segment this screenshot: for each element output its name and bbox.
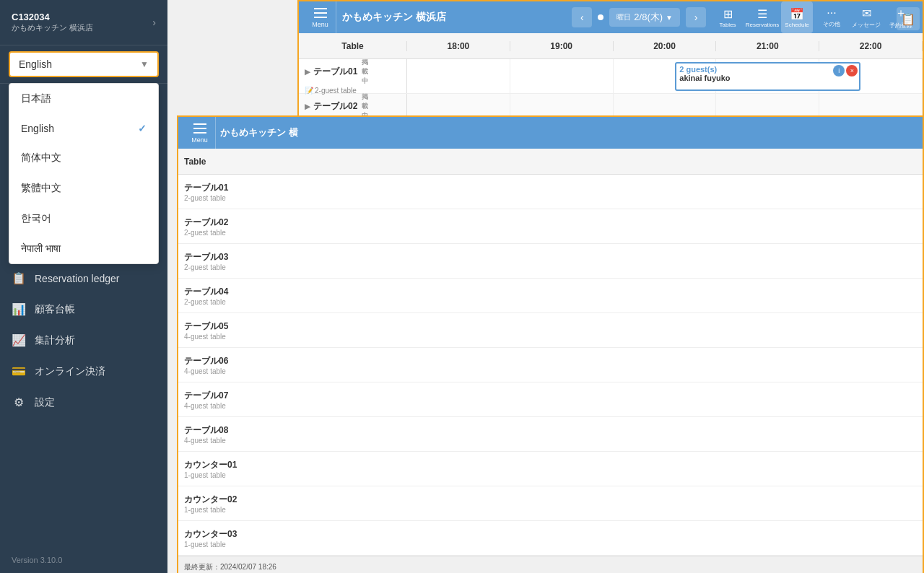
next-date-button[interactable]: ›: [686, 7, 706, 27]
posting-status: 掲載中: [362, 59, 368, 86]
bg-restaurant-name: かもめキッチン 横: [220, 126, 298, 139]
user-section-arrow: ›: [152, 17, 156, 28]
nav-icon-reservation-ledger: 📋: [12, 271, 26, 285]
language-option-简体中文[interactable]: 简体中文: [9, 143, 158, 173]
bg-table-info: テーブル01 2-guest table: [184, 182, 228, 202]
user-id: C132034: [12, 12, 147, 22]
bg-table-name: テーブル05: [184, 320, 228, 333]
table-name: テーブル01: [313, 66, 357, 78]
bg-table-row: カウンター01 1-guest table: [178, 452, 923, 486]
language-option-한국어[interactable]: 한국어: [9, 204, 158, 234]
other-button[interactable]: ··· その他: [816, 1, 847, 33]
reservations-icon: ☰: [757, 7, 767, 21]
bg-table-row: テーブル06 4-guest table: [178, 348, 923, 382]
bg-table-sub: 2-guest table: [184, 194, 228, 202]
current-indicator: [598, 14, 603, 20]
language-selector-container: English ▼ 日本語 English ✓ 简体中文 繁體中文 한국어 ने…: [0, 45, 167, 84]
sidebar-nav: 📋 Reservation ledger 📊 顧客台帳 📈 集計分析 💳 オンラ…: [0, 257, 167, 547]
message-button[interactable]: ✉ メッセージ: [850, 1, 882, 33]
sidebar-item-reservation-ledger[interactable]: 📋 Reservation ledger: [0, 263, 167, 294]
schedule-row[interactable]: ▶ テーブル01 掲載中 📝 2-guest table: [299, 59, 923, 94]
res-icons: i ×: [833, 65, 858, 76]
other-icon: ···: [827, 6, 836, 19]
bg-table-name: カウンター02: [184, 494, 237, 506]
version-label: Version 3.10.0: [0, 547, 167, 573]
bg-schedule-body: Table テーブル01 2-guest table テーブル02 2-gues…: [178, 149, 923, 573]
schedule-icon: 📅: [790, 7, 804, 21]
bg-table-sub: 2-guest table: [184, 263, 228, 271]
sidebar-item-settings[interactable]: ⚙ 設定: [0, 387, 167, 418]
bg-table-info: テーブル07 4-guest table: [184, 390, 228, 410]
bg-table-name: テーブル03: [184, 251, 228, 263]
bg-table-info: カウンター03 1-guest table: [184, 528, 237, 548]
bg-table-info: テーブル03 2-guest table: [184, 251, 228, 271]
bg-table-sub: 1-guest table: [184, 506, 237, 514]
bg-table-sub: 4-guest table: [184, 367, 228, 375]
date-selector[interactable]: 曜日 2/8(木) ▼: [609, 8, 680, 27]
nav-label-online-payment: オンライン決済: [35, 365, 105, 378]
side-panel-toggle[interactable]: 📋: [897, 7, 920, 30]
date-mode-label: 曜日: [616, 12, 631, 22]
tables-icon: ⊞: [723, 7, 733, 21]
bg-table-sub: 1-guest table: [184, 541, 237, 548]
bg-table-header: Table: [184, 157, 206, 167]
language-option-日本語[interactable]: 日本語: [9, 84, 158, 114]
bg-table-name: テーブル07: [184, 390, 228, 402]
bg-table-sub: 4-guest table: [184, 437, 228, 445]
time-seg-2: [510, 59, 614, 93]
main-restaurant-name: かもめキッチン 横浜店: [342, 11, 566, 24]
time-header-21:00: 21:00: [716, 41, 819, 51]
bg-table-sub: 2-guest table: [184, 229, 228, 237]
prev-date-button[interactable]: ‹: [572, 7, 592, 27]
bg-table-name: テーブル08: [184, 424, 228, 437]
main-menu-button[interactable]: Menu: [305, 1, 336, 33]
bg-table-row: テーブル02 2-guest table: [178, 209, 923, 244]
row-arrow: ▶: [305, 102, 310, 110]
bg-menu-button[interactable]: Menu: [184, 117, 216, 149]
sidebar-user-section[interactable]: C132034 かもめキッチン 横浜店 ›: [0, 0, 167, 45]
schedule-cells-t01[interactable]: 2 guest(s) akinai fuyuko i ×: [407, 59, 923, 93]
bg-table-name: テーブル04: [184, 286, 228, 298]
time-header-18:00: 18:00: [407, 41, 510, 51]
reservations-button[interactable]: ☰ Reservations: [746, 1, 778, 33]
table-name-main: ▶ テーブル01 掲載中: [305, 59, 401, 86]
reservation-block[interactable]: 2 guest(s) akinai fuyuko i ×: [675, 62, 860, 91]
language-option-English[interactable]: English ✓: [9, 114, 158, 143]
time-header-20:00: 20:00: [614, 41, 717, 51]
res-edit-icon[interactable]: i: [833, 65, 845, 76]
bg-table-name: テーブル01: [184, 182, 228, 194]
bg-table-info: テーブル02 2-guest table: [184, 216, 228, 237]
time-header-22:00: 22:00: [819, 41, 923, 51]
res-delete-icon[interactable]: ×: [846, 65, 858, 76]
nav-label-customer-ledger: 顧客台帳: [35, 303, 75, 316]
row-arrow: ▶: [305, 68, 310, 76]
time-seg-1: [407, 59, 510, 93]
language-dropdown-trigger[interactable]: English ▼: [9, 51, 159, 77]
res-name: akinai fuyuko: [679, 74, 856, 82]
nav-label-reservation-ledger: Reservation ledger: [35, 273, 120, 284]
bg-table-sub: 4-guest table: [184, 402, 228, 410]
bg-table-info: テーブル06 4-guest table: [184, 355, 228, 375]
language-option-नेपाली भाषा[interactable]: नेपाली भाषा: [9, 234, 158, 263]
table-name-cell-t01: ▶ テーブル01 掲載中 📝 2-guest table: [299, 59, 407, 93]
sidebar-item-analytics[interactable]: 📈 集計分析: [0, 325, 167, 356]
language-option-label: 简体中文: [21, 152, 61, 165]
bg-table-info: テーブル08 4-guest table: [184, 424, 228, 445]
tables-button[interactable]: ⊞ Tables: [712, 1, 744, 33]
user-restaurant: かもめキッチン 横浜店: [12, 22, 147, 33]
bg-table-name: テーブル06: [184, 355, 228, 367]
language-option-繁體中文[interactable]: 繁體中文: [9, 173, 158, 204]
bg-status: 最終更新：2024/02/07 18:26: [184, 562, 276, 572]
schedule-button[interactable]: 📅 Schedule: [781, 1, 813, 33]
sidebar-item-online-payment[interactable]: 💳 オンライン決済: [0, 356, 167, 387]
sidebar-item-customer-ledger[interactable]: 📊 顧客台帳: [0, 294, 167, 325]
selected-checkmark: ✓: [138, 123, 147, 134]
table-name: テーブル02: [313, 100, 357, 113]
bg-table-sub: 2-guest table: [184, 298, 228, 306]
bg-table-name: カウンター03: [184, 528, 237, 541]
bg-table-sub: 1-guest table: [184, 471, 237, 479]
table-column-header: Table: [299, 41, 407, 51]
schedule-column-headers: Table 18:0019:0020:0021:0022:00: [299, 33, 923, 59]
nav-label-settings: 設定: [35, 396, 55, 409]
bg-table-row: カウンター02 1-guest table: [178, 486, 923, 521]
